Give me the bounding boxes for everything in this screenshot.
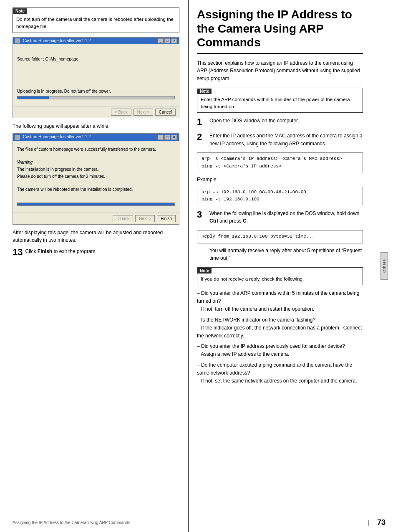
minimize-btn[interactable]: _ <box>158 38 164 43</box>
code-line-1b: ping -t <Camera's IP address> <box>202 163 358 170</box>
step-3-text-before: When the following line is displayed on … <box>209 210 360 216</box>
note-content-right: Enter the ARP commands within 5 minutes … <box>197 94 363 113</box>
step-3-text-after: . <box>247 218 248 224</box>
note-box-1: Note Do not turn off the camera until th… <box>13 8 179 33</box>
step-3-text-mid: and press <box>218 218 243 224</box>
code-line-2b: ping -t 192.168.0.100 <box>202 196 358 203</box>
back-btn-2[interactable]: < Back <box>113 215 133 222</box>
note-label-right: Note <box>197 89 212 94</box>
window-1-body: Source folder : C:\My_homepage Uploading… <box>13 44 179 106</box>
after-window2-text: After displaying this page, the camera w… <box>13 229 179 244</box>
maximize-btn-2[interactable]: □ <box>164 135 170 140</box>
step-13-text-before: Click <box>25 248 37 254</box>
note-content-right-2: If you do not receive a reply, check the… <box>197 274 363 285</box>
others-sidebar-tab: Others <box>380 252 388 279</box>
right-column: Assigning the IP Address to the Camera U… <box>188 0 380 532</box>
step-13-content: Click Finish to exit the program. <box>25 248 96 256</box>
window-2-footer: < Back Next > Finish <box>13 213 179 224</box>
close-btn-2[interactable]: ✕ <box>171 135 177 140</box>
source-folder-text: Source folder : C:\My_homepage <box>17 57 175 61</box>
step-13: 13 Click Finish to exit the program. <box>13 248 179 257</box>
code-box-1: arp -s <Camera's IP address> <Camera's M… <box>197 152 363 173</box>
window-2-line2: The installation is in progress in the c… <box>17 167 175 172</box>
window-2-line1: The files of custom homepage were succes… <box>17 147 175 152</box>
page-number: 73 <box>377 518 385 527</box>
step-13-text-after: to exit the program. <box>52 248 97 254</box>
window-1-titlebar: Custom Homepage Installer ver1.1.2 _ □ ✕ <box>13 38 179 44</box>
after-step3-text: You will normally receive a reply after … <box>209 247 363 262</box>
progress-bar-1 <box>17 96 175 99</box>
between-windows-text: The following page will appear after a w… <box>13 122 179 130</box>
finish-btn[interactable]: Finish <box>157 215 176 222</box>
step-3-bold2: C <box>243 218 247 224</box>
note-label-right-2: Note <box>197 268 212 274</box>
window-2-body: The files of custom homepage were succes… <box>13 141 179 213</box>
step-1-text: Open the DOS window on the computer. <box>209 117 363 125</box>
step-1-number: 1 <box>197 117 209 127</box>
window-2-controls: _ □ ✕ <box>158 135 177 140</box>
left-column: Note Do not turn off the camera until th… <box>0 0 188 532</box>
step-2-text: Enter the IP address and the MAC address… <box>209 132 363 147</box>
close-btn[interactable]: ✕ <box>171 38 177 43</box>
window-1-icon <box>15 38 20 43</box>
code-line-3a: Reply from 192.168.0.100:bytes=32 time..… <box>202 233 358 241</box>
uploading-msg: Uploading is in progress. Do not turn of… <box>17 89 175 94</box>
window-1-mock: Custom Homepage Installer ver1.1.2 _ □ ✕… <box>13 37 179 118</box>
step-3-bold1: Ctrl <box>209 218 218 224</box>
step-13-bold: Finish <box>38 248 52 254</box>
step-3-text: When the following line is displayed on … <box>209 210 363 225</box>
example-label: Example: <box>197 177 363 182</box>
note-box-right-2: Note If you do not receive a reply, chec… <box>197 267 363 285</box>
intro-text: This section explains how to assign an I… <box>197 59 363 83</box>
window-2-title: Custom Homepage Installer ver1.1.2 <box>23 134 91 139</box>
window-2-titlebar: Custom Homepage Installer ver1.1.2 _ □ ✕ <box>13 134 179 140</box>
step-1: 1 Open the DOS window on the computer. <box>197 117 363 127</box>
minimize-btn-2[interactable]: _ <box>158 135 164 140</box>
maximize-btn[interactable]: □ <box>164 38 170 43</box>
bullet-2: – Is the NETWORK indicator on the camera… <box>197 316 363 340</box>
cancel-btn-1[interactable]: Cancel <box>155 109 176 116</box>
next-btn-2[interactable]: Next > <box>135 215 155 222</box>
step-3-number: 3 <box>197 210 209 220</box>
note-content-1: Do not turn off the camera until the cam… <box>13 14 179 33</box>
code-box-3: Reply from 192.168.0.100:bytes=32 time..… <box>197 230 363 243</box>
window-1-controls: _ □ ✕ <box>158 38 177 43</box>
bullets-container: – Did you enter the ARP commands within … <box>197 289 363 385</box>
progress-bar-2 <box>17 203 175 206</box>
bullet-1: – Did you enter the ARP commands within … <box>197 289 363 314</box>
next-btn-1[interactable]: Next > <box>134 109 153 116</box>
window-2-icon <box>15 135 20 140</box>
bullet-3: – Did you enter the IP address previousl… <box>197 342 363 358</box>
code-box-2: arp -s 192.168.0.100 08-00-46-21-00-00 p… <box>197 186 363 206</box>
others-sidebar-area: Others <box>380 0 389 532</box>
footer-left-text: Assigning the IP Address to the Camera U… <box>13 520 365 525</box>
code-line-2a: arp -s 192.168.0.100 08-00-46-21-00-00 <box>202 189 358 196</box>
step-2: 2 Enter the IP address and the MAC addre… <box>197 132 363 147</box>
window-2-warning: Warning <box>17 160 175 165</box>
note-box-right: Note Enter the ARP commands within 5 min… <box>197 88 363 113</box>
step-13-number: 13 <box>13 248 23 257</box>
others-label: Others <box>382 259 386 273</box>
window-1-title: Custom Homepage Installer ver1.1.2 <box>23 38 91 43</box>
step-3: 3 When the following line is displayed o… <box>197 210 363 225</box>
window-2-line3: Please do not turn off the camera for 2 … <box>17 174 175 179</box>
code-line-1a: arp -s <Camera's IP address> <Camera's M… <box>202 155 358 163</box>
page-footer: Assigning the IP Address to the Camera U… <box>0 516 398 527</box>
window-1-footer: < Back Next > Cancel <box>13 106 179 118</box>
window-2-mock: Custom Homepage Installer ver1.1.2 _ □ ✕… <box>13 133 179 224</box>
bullet-4: – Do the computer excuted a ping command… <box>197 361 363 385</box>
progress-fill-1 <box>18 96 49 99</box>
window-2-line4: The camera will be rebooted after the in… <box>17 187 175 192</box>
back-btn-1[interactable]: < Back <box>111 109 131 116</box>
section-title: Assigning the IP Address to the Camera U… <box>197 8 363 54</box>
note-label-1: Note <box>13 8 27 14</box>
step-2-number: 2 <box>197 132 209 142</box>
progress-fill-2 <box>18 203 174 205</box>
